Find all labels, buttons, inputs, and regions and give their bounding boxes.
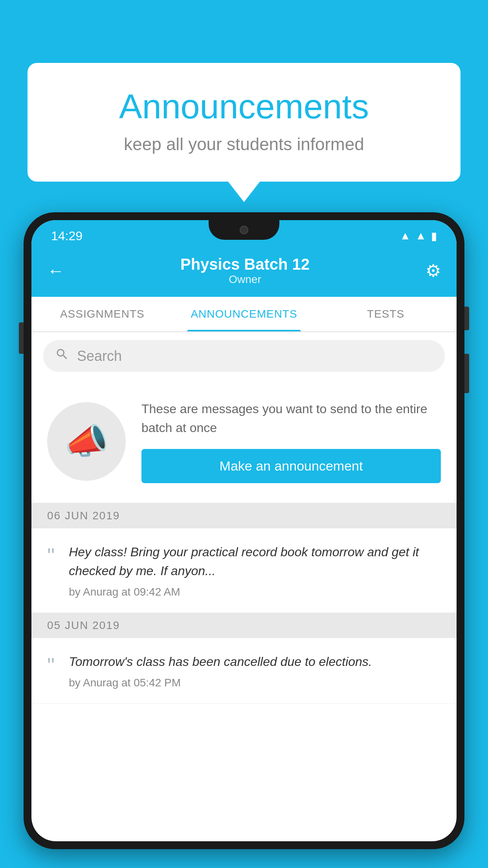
bubble-title: Announcements — [59, 86, 429, 127]
announcement-text-1: Hey class! Bring your practical record b… — [69, 542, 441, 580]
announcement-text-2: Tomorrow's class has been cancelled due … — [69, 652, 441, 671]
announcement-item-2[interactable]: " Tomorrow's class has been cancelled du… — [31, 638, 457, 704]
date-separator-2: 05 JUN 2019 — [31, 613, 457, 638]
back-button[interactable]: ← — [47, 261, 64, 281]
quote-icon-2: " — [47, 655, 55, 676]
speech-bubble-card: Announcements keep all your students inf… — [28, 63, 460, 182]
power-button — [464, 354, 469, 393]
search-icon — [55, 347, 69, 365]
search-container: Search — [31, 332, 457, 380]
promo-content: These are messages you want to send to t… — [141, 399, 441, 483]
quote-icon-1: " — [47, 545, 55, 566]
phone-screen: 14:29 ▲ ▲ ▮ ← Physics Batch 12 Owner ⚙ — [31, 220, 457, 841]
wifi-icon: ▲ — [400, 230, 411, 242]
tab-tests[interactable]: TESTS — [315, 297, 457, 331]
status-icons: ▲ ▲ ▮ — [400, 230, 437, 243]
phone-frame: 14:29 ▲ ▲ ▮ ← Physics Batch 12 Owner ⚙ — [24, 212, 464, 849]
header-subtitle: Owner — [180, 273, 310, 286]
bubble-subtitle: keep all your students informed — [59, 134, 429, 154]
phone-notch — [209, 220, 279, 240]
tab-announcements[interactable]: ANNOUNCEMENTS — [173, 297, 315, 331]
camera-notch — [240, 226, 248, 234]
status-time: 14:29 — [51, 229, 83, 243]
header-center: Physics Batch 12 Owner — [180, 256, 310, 286]
announcement-item-1[interactable]: " Hey class! Bring your practical record… — [31, 528, 457, 613]
announcement-meta-1: by Anurag at 09:42 AM — [69, 586, 441, 598]
tab-assignments[interactable]: ASSIGNMENTS — [31, 297, 173, 331]
phone-container: 14:29 ▲ ▲ ▮ ← Physics Batch 12 Owner ⚙ — [24, 212, 464, 868]
side-button-left — [19, 322, 24, 354]
search-placeholder: Search — [77, 348, 122, 364]
announcement-content-1: Hey class! Bring your practical record b… — [69, 542, 441, 598]
date-separator-1: 06 JUN 2019 — [31, 503, 457, 528]
signal-icon: ▲ — [415, 230, 426, 242]
make-announcement-button[interactable]: Make an announcement — [141, 449, 441, 483]
battery-icon: ▮ — [431, 230, 437, 243]
promo-description: These are messages you want to send to t… — [141, 399, 441, 437]
promo-icon-circle: 📣 — [47, 402, 126, 481]
volume-button — [464, 307, 469, 330]
speech-bubble-section: Announcements keep all your students inf… — [28, 63, 460, 182]
tabs-bar: ASSIGNMENTS ANNOUNCEMENTS TESTS — [31, 297, 457, 332]
announcement-promo: 📣 These are messages you want to send to… — [31, 380, 457, 503]
search-input-wrapper[interactable]: Search — [43, 340, 445, 372]
announcement-meta-2: by Anurag at 05:42 PM — [69, 677, 441, 689]
settings-button[interactable]: ⚙ — [426, 261, 441, 281]
announcement-content-2: Tomorrow's class has been cancelled due … — [69, 652, 441, 689]
content-area: Search 📣 These are messages you want to … — [31, 332, 457, 704]
app-header: ← Physics Batch 12 Owner ⚙ — [31, 248, 457, 297]
header-title: Physics Batch 12 — [180, 256, 310, 273]
megaphone-icon: 📣 — [64, 421, 108, 462]
